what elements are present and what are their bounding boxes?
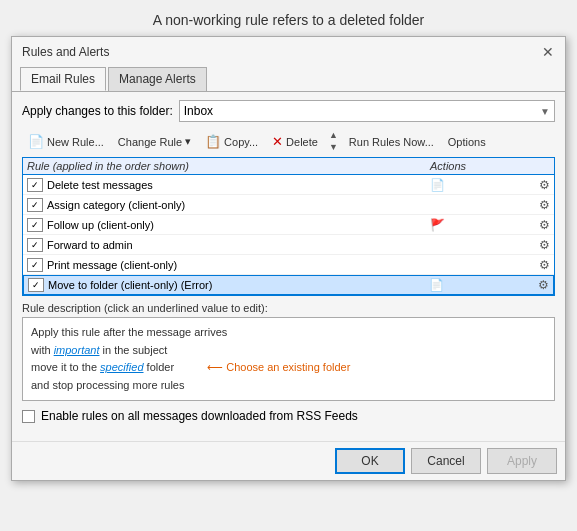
copy-label: Copy...	[224, 136, 258, 148]
options-label: Options	[448, 136, 486, 148]
table-row[interactable]: ✓ Assign category (client-only) ⚙	[23, 195, 554, 215]
ok-button[interactable]: OK	[335, 448, 405, 474]
rule-name: Print message (client-only)	[47, 259, 430, 271]
move-down-button[interactable]: ▼	[326, 142, 341, 153]
important-link[interactable]: important	[54, 344, 100, 356]
rule-settings-icon: ⚙	[539, 218, 550, 232]
table-row[interactable]: ✓ Delete test messages 📄 ⚙	[23, 175, 554, 195]
tab-content: Apply changes to this folder: Inbox ▼ 📄 …	[12, 91, 565, 441]
annotation-text: ⟵ Choose an existing folder	[207, 361, 350, 373]
rules-table: Rule (applied in the order shown) Action…	[22, 157, 555, 296]
desc-line-1: Apply this rule after the message arrive…	[31, 326, 227, 338]
rss-label: Enable rules on all messages downloaded …	[41, 409, 358, 423]
run-rules-now-button[interactable]: Run Rules Now...	[343, 133, 440, 151]
specified-link[interactable]: specified	[100, 361, 143, 373]
rule-actions: ⚙	[430, 238, 550, 252]
change-rule-dropdown-icon: ▾	[185, 135, 191, 148]
rss-row: Enable rules on all messages downloaded …	[22, 409, 555, 423]
cancel-button[interactable]: Cancel	[411, 448, 481, 474]
rule-copy-icon: 📄	[430, 178, 445, 192]
rule-name: Forward to admin	[47, 239, 430, 251]
table-row[interactable]: ✓ Forward to admin ⚙	[23, 235, 554, 255]
rule-settings-icon: ⚙	[539, 198, 550, 212]
change-rule-label: Change Rule	[118, 136, 182, 148]
rule-checkbox[interactable]: ✓	[27, 238, 43, 252]
table-row[interactable]: ✓ Follow up (client-only) 🚩 ⚙	[23, 215, 554, 235]
folder-select[interactable]: Inbox ▼	[179, 100, 555, 122]
tab-manage-alerts[interactable]: Manage Alerts	[108, 67, 207, 91]
delete-icon: ✕	[272, 134, 283, 149]
copy-button[interactable]: 📋 Copy...	[199, 131, 264, 152]
copy-icon: 📋	[205, 134, 221, 149]
page-title: A non-working rule refers to a deleted f…	[153, 0, 425, 36]
new-rule-label: New Rule...	[47, 136, 104, 148]
move-up-button[interactable]: ▲	[326, 130, 341, 141]
desc-line-4: and stop processing more rules	[31, 379, 184, 391]
desc-line-3: move it to the	[31, 361, 100, 373]
rule-checkbox[interactable]: ✓	[28, 278, 44, 292]
rule-checkbox[interactable]: ✓	[27, 218, 43, 232]
rule-name: Follow up (client-only)	[47, 219, 430, 231]
folder-select-value: Inbox	[184, 104, 540, 118]
rule-settings-icon: ⚙	[538, 278, 549, 292]
rule-copy-icon: 📄	[429, 278, 444, 292]
flag-icon: 🚩	[430, 218, 445, 232]
folder-row: Apply changes to this folder: Inbox ▼	[22, 100, 555, 122]
rule-settings-icon: ⚙	[539, 178, 550, 192]
order-arrows: ▲ ▼	[326, 130, 341, 153]
bottom-buttons: OK Cancel Apply	[12, 441, 565, 480]
folder-label: Apply changes to this folder:	[22, 104, 173, 118]
tabs-container: Email Rules Manage Alerts	[12, 63, 565, 91]
rss-checkbox[interactable]	[22, 410, 35, 423]
rule-settings-icon: ⚙	[539, 258, 550, 272]
run-rules-now-label: Run Rules Now...	[349, 136, 434, 148]
apply-button[interactable]: Apply	[487, 448, 557, 474]
delete-label: Delete	[286, 136, 318, 148]
rule-actions: 📄 ⚙	[430, 178, 550, 192]
rule-name: Delete test messages	[47, 179, 430, 191]
rule-checkbox[interactable]: ✓	[27, 178, 43, 192]
dialog-titlebar: Rules and Alerts ✕	[12, 37, 565, 63]
rule-actions: 🚩 ⚙	[430, 218, 550, 232]
rule-checkbox[interactable]: ✓	[27, 258, 43, 272]
dialog-title-label: Rules and Alerts	[22, 45, 109, 59]
table-row[interactable]: ✓ Print message (client-only) ⚙	[23, 255, 554, 275]
rule-name: Assign category (client-only)	[47, 199, 430, 211]
tab-email-rules[interactable]: Email Rules	[20, 67, 106, 91]
new-rule-button[interactable]: 📄 New Rule...	[22, 131, 110, 152]
table-row[interactable]: ✓ Move to folder (client-only) (Error) 📄…	[23, 275, 554, 295]
close-button[interactable]: ✕	[539, 43, 557, 61]
rule-actions: 📄 ⚙	[429, 278, 549, 292]
rule-name: Move to folder (client-only) (Error)	[48, 279, 429, 291]
rules-table-header: Rule (applied in the order shown) Action…	[23, 158, 554, 175]
rule-actions: ⚙	[430, 198, 550, 212]
options-button[interactable]: Options	[442, 133, 492, 151]
description-label: Rule description (click an underlined va…	[22, 302, 555, 314]
folder-dropdown-arrow-icon: ▼	[540, 106, 550, 117]
change-rule-button[interactable]: Change Rule ▾	[112, 132, 197, 151]
rule-checkbox[interactable]: ✓	[27, 198, 43, 212]
desc-line-2: with	[31, 344, 54, 356]
header-rule-label: Rule (applied in the order shown)	[27, 160, 430, 172]
new-rule-icon: 📄	[28, 134, 44, 149]
toolbar: 📄 New Rule... Change Rule ▾ 📋 Copy... ✕ …	[22, 130, 555, 153]
header-actions-label: Actions	[430, 160, 550, 172]
description-box: Apply this rule after the message arrive…	[22, 317, 555, 401]
rule-actions: ⚙	[430, 258, 550, 272]
rule-settings-icon: ⚙	[539, 238, 550, 252]
delete-button[interactable]: ✕ Delete	[266, 131, 324, 152]
rules-alerts-dialog: Rules and Alerts ✕ Email Rules Manage Al…	[11, 36, 566, 481]
